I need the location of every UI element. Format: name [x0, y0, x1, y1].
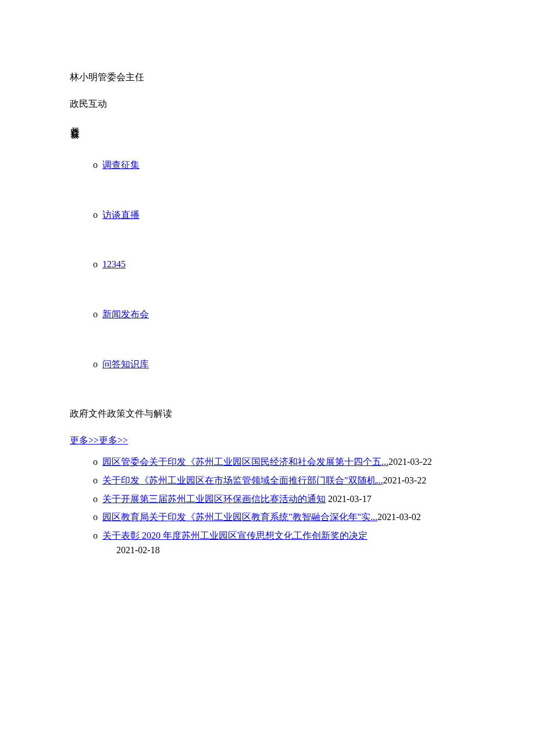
bullet-icon: o: [93, 492, 98, 507]
document-link[interactable]: 园区管委会关于印发《苏州工业园区国民经济和社会发展第十四个五...: [102, 457, 388, 467]
bullet-icon: o: [93, 473, 98, 488]
document-item: o 关于表彰 2020 年度苏州工业园区宣传思想文化工作创新奖的决定 2021-…: [93, 528, 465, 558]
nav-item-qa: o问答知识库: [93, 357, 465, 372]
document-date: 2021-02-18: [102, 543, 465, 558]
document-item: o 园区教育局关于印发《苏州工业园区教育系统"教智融合深化年"实...2021-…: [93, 510, 465, 525]
bullet-icon: o: [93, 528, 98, 543]
tabs-row: 政府文件政策文件与解读: [70, 406, 465, 421]
official-header: 林小明管委会主任: [70, 70, 465, 85]
nav-item-hotline: o12345: [93, 257, 465, 272]
document-link[interactable]: 关于印发《苏州工业园区在市场监管领域全面推行部门联合"双随机...: [102, 475, 383, 485]
nav-list: o调查征集 o访谈直播 o12345 o新闻发布会 o问答知识库: [70, 157, 465, 371]
nav-item-press: o新闻发布会: [93, 307, 465, 322]
more-link-1[interactable]: 更多>>: [70, 435, 99, 445]
nav-item-survey: o调查征集: [93, 157, 465, 173]
tab-policy-documents[interactable]: 政策文件与解读: [107, 409, 172, 418]
nav-link-survey[interactable]: 调查征集: [102, 160, 140, 170]
bullet-icon: o: [93, 510, 98, 525]
more-links-row: 更多>>更多>>: [70, 433, 465, 448]
official-name: 林小明: [70, 72, 98, 82]
bullet-icon: o: [93, 160, 98, 170]
bullet-icon: o: [93, 210, 98, 220]
document-date: 2021-03-22: [388, 457, 432, 467]
document-link[interactable]: 关于开展第三届苏州工业园区环保画信比赛活动的通知: [102, 494, 326, 504]
bullet-icon: o: [93, 309, 98, 319]
document-date: 2021-03-02: [377, 512, 421, 522]
document-item: o 关于印发《苏州工业园区在市场监管领域全面推行部门联合"双随机...2021-…: [93, 473, 465, 488]
document-list: o 园区管委会关于印发《苏州工业园区国民经济和社会发展第十四个五...2021-…: [70, 454, 465, 558]
bullet-icon: o: [93, 259, 98, 269]
document-link[interactable]: 关于表彰 2020 年度苏州工业园区宣传思想文化工作创新奖的决定: [102, 531, 368, 540]
document-date: 2021-03-22: [383, 475, 427, 485]
document-link[interactable]: 园区教育局关于印发《苏州工业园区教育系统"教智融合深化年"实...: [102, 512, 377, 522]
nav-link-press[interactable]: 新闻发布会: [102, 309, 149, 319]
official-position: 管委会主任: [98, 72, 144, 82]
nav-link-interview[interactable]: 访谈直播: [102, 210, 140, 220]
document-date: 2021-03-17: [328, 494, 372, 504]
more-link-2[interactable]: 更多>>: [99, 435, 128, 445]
document-item: o 园区管委会关于印发《苏州工业园区国民经济和社会发展第十四个五...2021-…: [93, 454, 465, 470]
bullet-icon: o: [93, 454, 98, 470]
tab-gov-documents[interactable]: 政府文件: [70, 409, 107, 418]
section-interaction-title: 政民互动: [70, 96, 465, 112]
nav-link-hotline[interactable]: 12345: [102, 259, 126, 269]
nav-item-interview: o访谈直播: [93, 207, 465, 223]
bullet-icon: o: [93, 359, 98, 369]
nav-link-qa[interactable]: 问答知识库: [102, 359, 149, 369]
document-item: o 关于开展第三届苏州工业园区环保画信比赛活动的通知 2021-03-17: [93, 492, 465, 507]
